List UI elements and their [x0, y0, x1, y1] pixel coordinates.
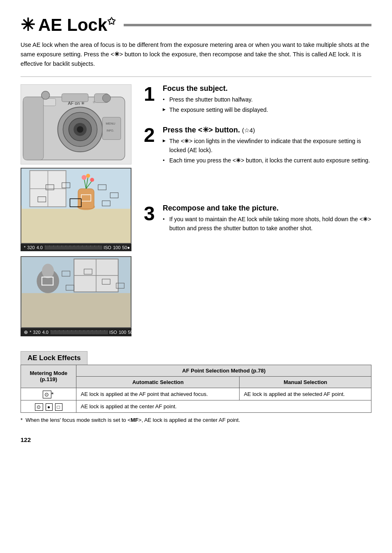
svg-rect-1 — [23, 97, 43, 160]
svg-rect-13 — [102, 117, 121, 139]
asterisk-symbol: * — [24, 245, 25, 250]
step-2: 2 Press the <✳> button. (☆4) The <✳> ico… — [144, 125, 371, 167]
step-2-content: Press the <✳> button. (☆4) The <✳> icon … — [163, 125, 371, 167]
page-title-row: ✳ AE Lock✩ — [21, 16, 371, 34]
ae-lock-effects-section: AE Lock Effects Metering Mode (p.119) AF… — [21, 351, 371, 424]
camera-illustration: AF on ✳ MENU INFO. ☆ — [21, 84, 131, 164]
table-header-manual: Manual Selection — [240, 376, 371, 388]
svg-point-29 — [90, 178, 94, 182]
step-1-title: Focus the subject. — [163, 84, 371, 93]
asterisk-symbol-2: * — [30, 330, 31, 335]
svg-text:☆: ☆ — [92, 100, 95, 104]
svg-text:INFO.: INFO. — [106, 129, 114, 132]
ae-lock-effects-title: AE Lock Effects — [21, 351, 88, 365]
table-cell-center-af: AE lock is applied at the center AF poin… — [76, 400, 371, 412]
viewfinder-status-2: ⊕ * 320 4.0 ⬛⬛⬛⬛⬛⬛⬛⬛⬛⬛⬛⬛⬛⬛ ISO 100 50● — [21, 328, 131, 336]
right-column: 1 Focus the subject. Press the shutter b… — [144, 84, 371, 342]
step-2-bullet-1: The <✳> icon lights in the viewfinder to… — [163, 137, 371, 155]
table-header-af: AF Point Selection Method (p.78) — [76, 365, 371, 376]
page-number: 122 — [21, 436, 371, 443]
step-2-title: Press the <✳> button. (☆4) — [163, 125, 371, 134]
svg-point-25 — [82, 175, 87, 180]
step-2-number: 2 — [144, 125, 157, 145]
title-icon: ✳ — [21, 16, 35, 34]
svg-point-6 — [77, 126, 83, 133]
step-3-title: Recompose and take the picture. — [163, 204, 371, 213]
viewfinder-image-2 — [21, 256, 131, 328]
svg-point-11 — [102, 94, 111, 102]
step-3: 3 Recompose and take the picture. If you… — [144, 204, 371, 234]
table-cell-manual-1: AE lock is applied at the selected AF po… — [240, 388, 371, 400]
table-cell-auto-1: AE lock is applied at the AF point that … — [76, 388, 240, 400]
svg-text:AF on ✳: AF on ✳ — [68, 101, 85, 106]
svg-text:MENU: MENU — [106, 122, 115, 125]
step-1-content: Focus the subject. Press the shutter but… — [163, 84, 371, 116]
step-2-bullet-2: Each time you press the <✳> button, it l… — [163, 156, 371, 165]
table-header-metering: Metering Mode (p.119) — [21, 365, 76, 388]
step-1-bullets: Press the shutter button halfway. The ex… — [163, 95, 371, 115]
viewfinder-image-1 — [21, 168, 131, 244]
svg-point-9 — [42, 91, 50, 99]
table-cell-icon-1: ⊙* — [21, 388, 76, 400]
table-row: ⊙ ● □ AE lock is applied at the center A… — [21, 400, 371, 412]
step-1-bullet-2: The exposure setting will be displayed. — [163, 106, 371, 115]
step-3-bullet-1: If you want to maintain the AE lock whil… — [163, 215, 371, 233]
intro-paragraph: Use AE lock when the area of focus is to… — [21, 40, 371, 69]
step-3-bullets: If you want to maintain the AE lock whil… — [163, 215, 371, 233]
svg-point-44 — [42, 264, 54, 278]
table-header-auto: Automatic Selection — [76, 376, 240, 388]
table-footnote: * When the lens' focus mode switch is se… — [21, 416, 371, 424]
svg-rect-39 — [22, 293, 130, 327]
step-1: 1 Focus the subject. Press the shutter b… — [144, 84, 371, 116]
table-cell-icon-2: ⊙ ● □ — [21, 400, 76, 412]
page-title: AE Lock✩ — [38, 16, 115, 34]
section-divider — [21, 76, 371, 77]
effects-table: Metering Mode (p.119) AF Point Selection… — [21, 365, 371, 413]
viewfinder-status-1: * 320 4.0 ⬛⬛⬛⬛⬛⬛⬛⬛⬛⬛⬛⬛⬛⬛ ISO 100 50● — [21, 244, 131, 251]
step-1-number: 1 — [144, 84, 157, 104]
svg-rect-18 — [22, 208, 130, 243]
svg-point-27 — [86, 174, 90, 178]
left-column: AF on ✳ MENU INFO. ☆ — [21, 84, 136, 342]
main-content: AF on ✳ MENU INFO. ☆ — [21, 84, 371, 342]
title-bar — [124, 24, 371, 26]
step-2-bullets: The <✳> icon lights in the viewfinder to… — [163, 137, 371, 165]
table-row: ⊙* AE lock is applied at the AF point th… — [21, 388, 371, 400]
step-3-content: Recompose and take the picture. If you w… — [163, 204, 371, 234]
step-3-number: 3 — [144, 204, 157, 224]
step-1-bullet-1: Press the shutter button halfway. — [163, 95, 371, 104]
dial-icon: ⊕ — [24, 329, 28, 335]
